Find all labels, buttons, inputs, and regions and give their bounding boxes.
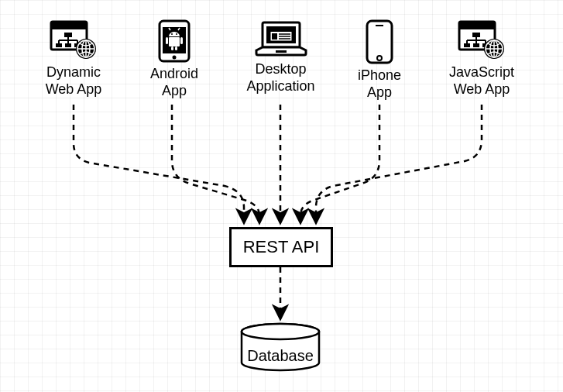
svg-rect-34 xyxy=(272,33,277,40)
svg-rect-49 xyxy=(464,43,470,47)
svg-rect-1 xyxy=(51,22,87,29)
svg-rect-32 xyxy=(270,29,292,32)
svg-rect-22 xyxy=(171,46,173,50)
client-label-line1: iPhone xyxy=(358,67,401,83)
svg-point-18 xyxy=(173,56,177,60)
svg-point-58 xyxy=(242,324,319,339)
client-label-line2: App xyxy=(162,83,187,98)
android-phone-icon xyxy=(157,19,191,63)
svg-rect-8 xyxy=(56,43,62,47)
client-javascript-web-app: JavaScript Web App xyxy=(432,19,531,98)
svg-rect-20 xyxy=(166,37,168,44)
svg-rect-2 xyxy=(64,33,72,37)
architecture-diagram: Dynamic Web App Android App xyxy=(0,0,563,392)
client-label-line1: Dynamic xyxy=(46,64,101,80)
client-label-line2: Application xyxy=(246,78,314,94)
client-label-line1: JavaScript xyxy=(449,64,514,80)
client-label-line1: Android xyxy=(150,66,198,81)
svg-rect-19 xyxy=(169,37,180,46)
database-label: Database xyxy=(238,347,323,365)
client-label-line2: Web App xyxy=(454,81,510,97)
browser-globe-icon xyxy=(49,19,98,61)
laptop-icon xyxy=(253,19,309,58)
svg-rect-43 xyxy=(472,33,480,37)
iphone-icon xyxy=(364,19,395,64)
rest-api-box: REST API xyxy=(229,227,333,267)
client-desktop-application: Desktop Application xyxy=(232,19,329,95)
rest-api-label: REST API xyxy=(243,237,320,257)
svg-rect-9 xyxy=(65,43,71,47)
svg-point-24 xyxy=(171,33,173,35)
client-dynamic-web-app: Dynamic Web App xyxy=(27,19,120,98)
client-label-line2: Web App xyxy=(46,81,102,97)
client-iphone-app: iPhone App xyxy=(345,19,414,101)
svg-rect-23 xyxy=(175,46,177,50)
svg-rect-50 xyxy=(473,43,479,47)
browser-globe-icon xyxy=(457,19,506,61)
svg-point-25 xyxy=(176,33,177,35)
svg-rect-42 xyxy=(459,22,495,29)
svg-rect-30 xyxy=(276,50,287,53)
client-label-line2: App xyxy=(367,84,392,100)
client-label-line1: Desktop xyxy=(255,61,306,77)
svg-rect-21 xyxy=(180,37,183,44)
client-android-app: Android App xyxy=(136,19,213,99)
